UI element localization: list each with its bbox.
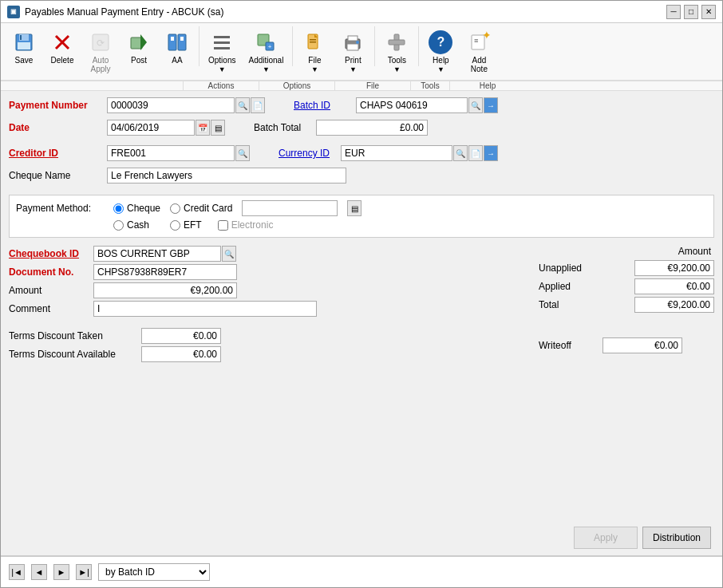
- tools-group-label: Tools: [413, 81, 448, 90]
- total-label: Total: [539, 299, 559, 310]
- help-button[interactable]: ? Help▼: [422, 26, 459, 77]
- auto-apply-button[interactable]: ⟳ Auto Apply: [82, 26, 119, 77]
- nav-last-button[interactable]: ►|: [76, 564, 92, 580]
- navigation-bar: |◄ ◄ ► ►| by Batch ID by Payment Number …: [1, 555, 722, 587]
- date-calendar-btn[interactable]: 📅: [196, 120, 210, 136]
- nav-prev-button[interactable]: ◄: [31, 564, 47, 580]
- nav-first-button[interactable]: |◄: [9, 564, 25, 580]
- maximize-button[interactable]: □: [684, 5, 698, 19]
- comment-input[interactable]: [93, 301, 317, 317]
- credit-card-radio[interactable]: [170, 203, 180, 214]
- payment-method-row2: Cash EFT Electronic: [16, 219, 707, 231]
- payment-number-new-btn[interactable]: 📄: [251, 97, 265, 113]
- chequebook-id-input[interactable]: [93, 246, 221, 262]
- comment-row: Comment: [9, 301, 523, 317]
- post-label: Post: [131, 56, 147, 65]
- svg-rect-23: [310, 41, 316, 43]
- payment-extra-btn[interactable]: ▤: [347, 200, 362, 216]
- batch-id-search-btn[interactable]: 🔍: [468, 97, 483, 113]
- chequebook-search-btn[interactable]: 🔍: [222, 246, 236, 262]
- date-extra-btn[interactable]: ▤: [211, 120, 225, 136]
- batch-id-input[interactable]: [356, 97, 468, 113]
- toolbar: Save Delete ⟳ Auto Apply Post: [1, 23, 722, 81]
- svg-rect-25: [348, 36, 358, 41]
- batch-id-label[interactable]: Batch ID: [294, 100, 350, 111]
- currency-id-new-btn[interactable]: 📄: [468, 145, 483, 161]
- window-title: Payables Manual Payment Entry - ABCUK (s…: [25, 6, 223, 18]
- chequebook-id-label[interactable]: Chequebook ID: [9, 248, 89, 259]
- print-button[interactable]: Print▼: [334, 26, 371, 77]
- file-group-label: File: [337, 81, 409, 90]
- batch-id-arrow-btn[interactable]: →: [484, 97, 498, 113]
- payment-section: Payment Method: Cheque Credit Card ▤ Cas…: [9, 195, 714, 238]
- svg-text:≡: ≡: [474, 37, 478, 45]
- batch-id-field-group: 🔍 →: [356, 97, 498, 113]
- additional-button[interactable]: + Additional▼: [243, 26, 289, 77]
- terms-available-input[interactable]: [141, 346, 221, 362]
- payment-batch-row: Payment Number 🔍 📄 Batch ID 🔍 →: [9, 97, 714, 113]
- document-no-row: Document No.: [9, 264, 523, 280]
- window-controls: ─ □ ✕: [666, 5, 716, 19]
- payment-number-input[interactable]: [107, 97, 235, 113]
- save-button[interactable]: Save: [6, 26, 42, 68]
- aa-button[interactable]: AA: [159, 26, 196, 68]
- creditor-id-label[interactable]: Creditor ID: [9, 148, 101, 159]
- cheque-radio[interactable]: [113, 203, 124, 214]
- unapplied-input[interactable]: [634, 260, 714, 276]
- amount-header: Amount: [539, 246, 714, 257]
- add-note-button[interactable]: ≡✦ AddNote: [460, 26, 497, 77]
- nav-sort-select[interactable]: by Batch ID by Payment Number by Date: [98, 563, 210, 581]
- file-button[interactable]: File▼: [296, 26, 333, 77]
- sep: [183, 81, 184, 90]
- apply-button[interactable]: Apply: [574, 527, 638, 549]
- currency-id-arrow-btn[interactable]: →: [484, 145, 498, 161]
- creditor-id-input[interactable]: [107, 145, 235, 161]
- nav-next-button[interactable]: ►: [53, 564, 69, 580]
- svg-rect-12: [171, 37, 174, 41]
- sep4: [410, 81, 411, 90]
- app-icon: ▣: [7, 6, 20, 18]
- options-button[interactable]: Options▼: [203, 26, 241, 77]
- cheque-name-row: Cheque Name: [9, 168, 714, 184]
- tools-button[interactable]: Tools▼: [378, 26, 415, 77]
- electronic-checkbox[interactable]: [218, 220, 228, 231]
- applied-input[interactable]: [634, 278, 714, 294]
- currency-id-group: 🔍 📄 →: [341, 145, 498, 161]
- right-amount-fields: Amount Unapplied Applied Total: [539, 246, 714, 317]
- amount-input[interactable]: [93, 282, 237, 298]
- amount-row: Amount: [9, 282, 523, 298]
- document-no-input[interactable]: [93, 264, 237, 280]
- chequebook-amount-section: Chequebook ID 🔍 Document No. Amount: [9, 246, 714, 317]
- save-icon: [11, 30, 37, 55]
- svg-marker-9: [140, 34, 147, 50]
- delete-icon: [49, 30, 75, 55]
- credit-card-radio-label: Credit Card: [184, 203, 232, 214]
- date-input[interactable]: [107, 120, 195, 136]
- post-button[interactable]: Post: [120, 26, 157, 68]
- payment-method-label: Payment Method:: [16, 203, 104, 214]
- payment-number-search-btn[interactable]: 🔍: [235, 97, 250, 113]
- terms-taken-label: Terms Discount Taken: [9, 330, 136, 341]
- terms-available-row: Terms Discount Available: [9, 346, 523, 362]
- distribution-button[interactable]: Distribution: [642, 527, 711, 549]
- batch-total-input[interactable]: [316, 120, 428, 136]
- eft-radio[interactable]: [170, 220, 180, 231]
- currency-id-search-btn[interactable]: 🔍: [453, 145, 468, 161]
- currency-id-label[interactable]: Currency ID: [279, 148, 334, 159]
- delete-button[interactable]: Delete: [44, 26, 81, 68]
- left-fields: Chequebook ID 🔍 Document No. Amount: [9, 246, 523, 317]
- sep5: [449, 81, 450, 90]
- creditor-id-search-btn[interactable]: 🔍: [235, 145, 250, 161]
- terms-taken-input[interactable]: [141, 328, 221, 344]
- cheque-name-input[interactable]: [107, 168, 346, 184]
- sep2: [259, 81, 259, 90]
- minimize-button[interactable]: ─: [666, 5, 681, 19]
- currency-id-input[interactable]: [341, 145, 452, 161]
- auto-apply-icon: ⟳: [88, 30, 113, 55]
- cash-radio[interactable]: [113, 220, 124, 231]
- writeoff-input[interactable]: [602, 337, 682, 353]
- applied-row: Applied: [539, 278, 714, 294]
- total-input[interactable]: [634, 297, 714, 313]
- close-button[interactable]: ✕: [701, 5, 716, 19]
- payment-extra-input[interactable]: [242, 200, 338, 216]
